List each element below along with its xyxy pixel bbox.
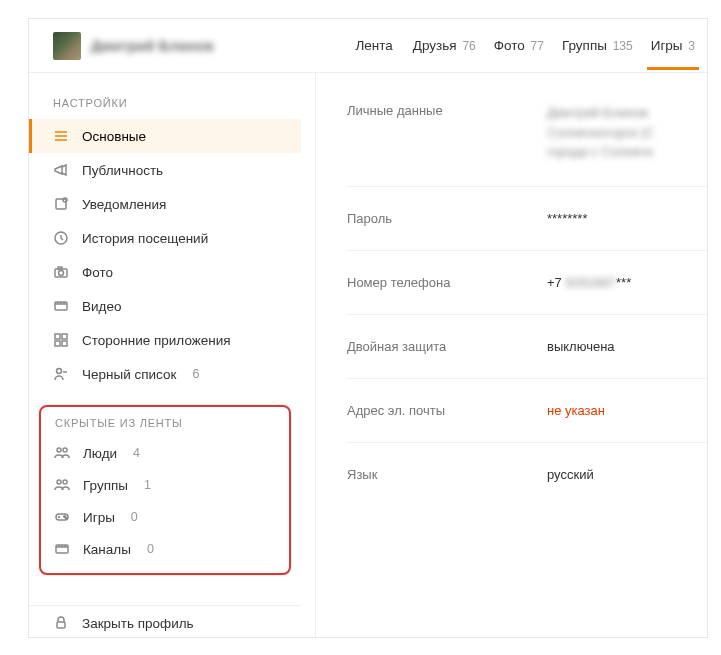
blacklist-icon: [52, 365, 70, 383]
people-icon: [53, 444, 71, 462]
sidebar-item-label: Фото: [82, 265, 113, 280]
svg-rect-15: [62, 334, 67, 339]
sidebar-item-general[interactable]: Основные: [29, 119, 301, 153]
menu-icon: [52, 127, 70, 145]
sidebar: НАСТРОЙКИ Основные Публичность Уведомлен…: [29, 97, 301, 637]
gamepad-icon: [53, 508, 71, 526]
people-icon: [53, 476, 71, 494]
sidebar-item-label: Основные: [82, 129, 146, 144]
sidebar-item-count: 0: [131, 510, 138, 524]
sidebar-item-label: Люди: [83, 446, 117, 461]
svg-point-22: [57, 480, 61, 484]
svg-rect-16: [55, 341, 60, 346]
row-password[interactable]: Пароль ********: [347, 187, 707, 251]
username[interactable]: Дмитрий Блинов: [91, 38, 214, 54]
nav-groups[interactable]: Группы 135: [562, 38, 633, 53]
sidebar-item-label: Сторонние приложения: [82, 333, 231, 348]
nav-games[interactable]: Игры 3: [651, 38, 695, 53]
sidebar-item-label: Закрыть профиль: [82, 616, 194, 631]
sidebar-item-label: Публичность: [82, 163, 163, 178]
nav-friends[interactable]: Друзья 76: [413, 38, 476, 53]
lock-icon: [52, 614, 70, 632]
nav-count: 77: [531, 39, 544, 53]
row-value: русский: [547, 467, 707, 482]
hidden-item-people[interactable]: Люди 4: [41, 437, 289, 469]
row-label: Язык: [347, 467, 547, 482]
history-icon: [52, 229, 70, 247]
row-value: ********: [547, 211, 707, 226]
row-label: Личные данные: [347, 103, 547, 162]
sidebar-item-count: 0: [147, 542, 154, 556]
row-value: +7 9261897***: [547, 275, 707, 290]
svg-rect-8: [58, 267, 62, 269]
nav-label: Игры: [651, 38, 683, 53]
sidebar-item-notifications[interactable]: Уведомления: [29, 187, 301, 221]
sidebar-item-video[interactable]: Видео: [29, 289, 301, 323]
video-icon: [53, 540, 71, 558]
svg-point-7: [59, 271, 64, 276]
top-nav: Лента Друзья 76 Фото 77 Группы 135 Игры …: [355, 38, 695, 53]
svg-rect-17: [62, 341, 67, 346]
sidebar-item-count: 4: [133, 446, 140, 460]
sidebar-item-close-profile[interactable]: Закрыть профиль: [29, 606, 301, 638]
row-2fa[interactable]: Двойная защита выключена: [347, 315, 707, 379]
sidebar-item-label: Видео: [82, 299, 121, 314]
sidebar-item-label: Игры: [83, 510, 115, 525]
sidebar-item-label: Группы: [83, 478, 128, 493]
sidebar-section-settings: НАСТРОЙКИ: [29, 97, 301, 119]
svg-point-20: [57, 448, 61, 452]
row-email[interactable]: Адрес эл. почты не указан: [347, 379, 707, 443]
svg-point-4: [63, 198, 67, 202]
svg-rect-3: [56, 199, 66, 209]
row-label: Двойная защита: [347, 339, 547, 354]
svg-rect-14: [55, 334, 60, 339]
svg-point-21: [63, 448, 67, 452]
nav-label: Лента: [355, 38, 392, 53]
hidden-from-feed-box: СКРЫТЫЕ ИЗ ЛЕНТЫ Люди 4 Группы 1 Игры 0: [39, 405, 291, 575]
sidebar-item-photo[interactable]: Фото: [29, 255, 301, 289]
nav-label: Друзья: [413, 38, 457, 53]
sidebar-section-hidden: СКРЫТЫЕ ИЗ ЛЕНТЫ: [41, 417, 289, 437]
bell-icon: [52, 195, 70, 213]
svg-rect-34: [57, 622, 65, 628]
nav-label: Фото: [494, 38, 525, 53]
main-panel: Личные данные Дмитрий Блинов Солнечногор…: [317, 97, 707, 637]
avatar[interactable]: [53, 32, 81, 60]
sidebar-item-count: 1: [144, 478, 151, 492]
svg-point-23: [63, 480, 67, 484]
sidebar-item-label: Уведомления: [82, 197, 166, 212]
sidebar-item-count: 6: [192, 367, 199, 381]
nav-feed[interactable]: Лента: [355, 38, 394, 53]
svg-point-18: [57, 369, 62, 374]
svg-point-28: [65, 517, 66, 518]
top-bar: Дмитрий Блинов Лента Друзья 76 Фото 77 Г…: [29, 19, 707, 73]
sidebar-item-blacklist[interactable]: Черный список 6: [29, 357, 301, 391]
nav-count: 76: [462, 39, 475, 53]
nav-count: 135: [613, 39, 633, 53]
sidebar-item-publicity[interactable]: Публичность: [29, 153, 301, 187]
hidden-item-channels[interactable]: Каналы 0: [41, 533, 289, 565]
nav-photo[interactable]: Фото 77: [494, 38, 544, 53]
row-value: Дмитрий Блинов Солнечногорск (С города с…: [547, 103, 707, 162]
megaphone-icon: [52, 161, 70, 179]
row-label: Пароль: [347, 211, 547, 226]
row-label: Номер телефона: [347, 275, 547, 290]
video-icon: [52, 297, 70, 315]
hidden-item-groups[interactable]: Группы 1: [41, 469, 289, 501]
apps-icon: [52, 331, 70, 349]
nav-count: 3: [688, 39, 695, 53]
hidden-item-games[interactable]: Игры 0: [41, 501, 289, 533]
row-value: не указан: [547, 403, 707, 418]
row-phone[interactable]: Номер телефона +7 9261897***: [347, 251, 707, 315]
sidebar-item-apps[interactable]: Сторонние приложения: [29, 323, 301, 357]
nav-label: Группы: [562, 38, 607, 53]
row-language[interactable]: Язык русский: [347, 443, 707, 506]
sidebar-item-label: Каналы: [83, 542, 131, 557]
sidebar-item-label: История посещений: [82, 231, 208, 246]
camera-icon: [52, 263, 70, 281]
row-label: Адрес эл. почты: [347, 403, 547, 418]
row-value: выключена: [547, 339, 707, 354]
sidebar-item-label: Черный список: [82, 367, 176, 382]
sidebar-item-history[interactable]: История посещений: [29, 221, 301, 255]
row-personal-data[interactable]: Личные данные Дмитрий Блинов Солнечногор…: [347, 97, 707, 187]
